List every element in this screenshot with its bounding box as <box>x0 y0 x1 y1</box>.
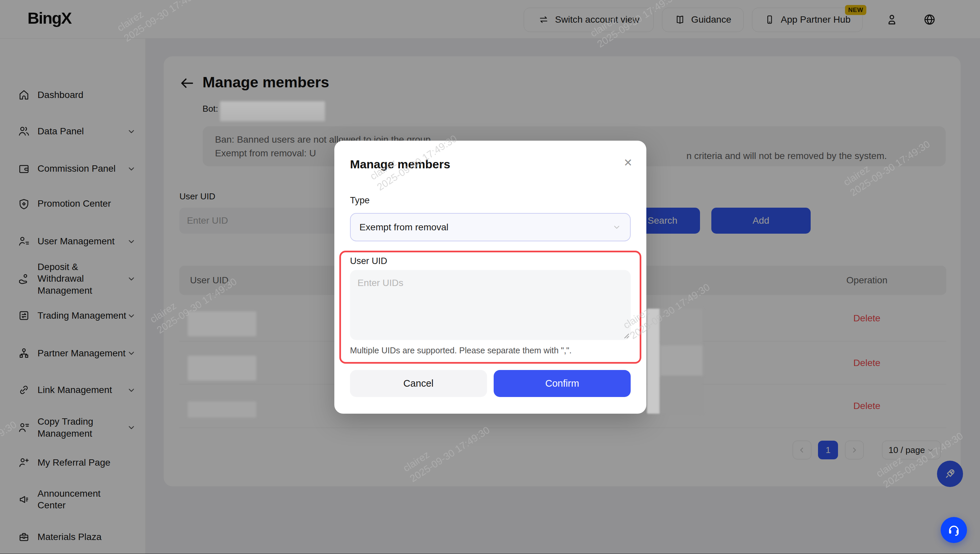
type-label: Type <box>350 195 370 206</box>
headset-icon <box>947 523 961 537</box>
support-chat-button[interactable] <box>941 517 967 543</box>
close-icon[interactable]: ✕ <box>624 156 633 169</box>
type-select[interactable]: Exempt from removal <box>350 213 631 241</box>
confirm-button[interactable]: Confirm <box>494 370 631 397</box>
app-root: BingX Switch account view Guidance App P… <box>0 0 980 554</box>
manage-members-modal: Manage members ✕ Type Exempt from remova… <box>334 141 646 414</box>
chevron-down-icon <box>612 223 621 231</box>
uids-textarea[interactable] <box>350 270 631 340</box>
modal-uid-label: User UID <box>350 256 387 266</box>
modal-title: Manage members <box>350 158 450 171</box>
uids-helper-text: Multiple UIDs are supported. Please sepa… <box>350 345 572 355</box>
cancel-button[interactable]: Cancel <box>350 370 487 397</box>
type-select-value: Exempt from removal <box>360 222 448 232</box>
